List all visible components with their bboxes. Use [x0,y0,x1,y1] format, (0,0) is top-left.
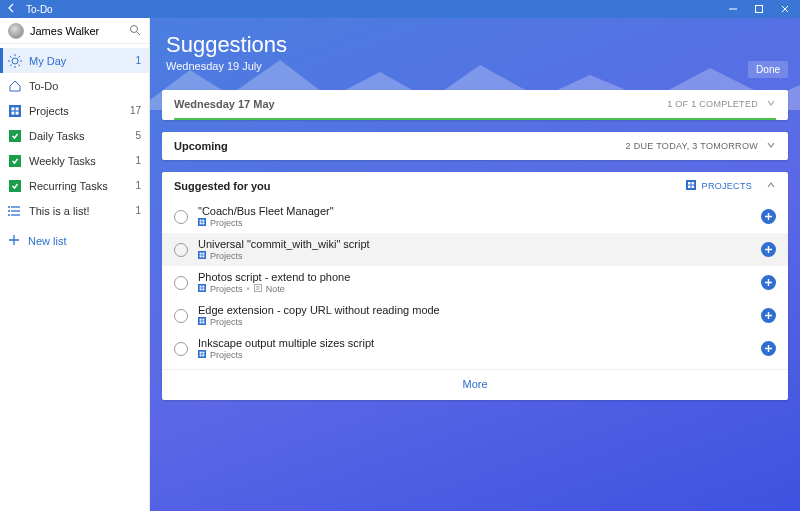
svg-rect-35 [200,253,202,255]
task-list: "Coach/Bus Fleet Manager"ProjectsUnivers… [162,200,788,365]
svg-rect-56 [200,354,202,356]
svg-point-4 [12,58,18,64]
sidebar-item-my-day[interactable]: My Day1 [0,48,149,73]
task-row[interactable]: Universal "commit_with_wiki" scriptProje… [162,233,788,266]
sidebar-item-label: My Day [29,55,128,67]
svg-rect-13 [9,105,21,117]
svg-rect-28 [691,186,694,189]
sidebar-item-count: 1 [135,155,141,166]
more-button[interactable]: More [162,369,788,400]
task-row[interactable]: Photos script - extend to phoneProjects•… [162,266,788,299]
page-title: Suggestions [166,32,784,58]
app-title: To-Do [26,4,53,15]
sidebar-item-projects[interactable]: Projects17 [0,98,149,123]
panel-upcoming-meta: 2 DUE TODAY, 3 TOMORROW [626,141,758,151]
svg-rect-17 [16,111,19,114]
sidebar-item-count: 1 [135,55,141,66]
panel-suggested-header[interactable]: Suggested for you PROJECTS [162,172,788,200]
maximize-button[interactable] [746,0,772,18]
svg-rect-41 [202,286,204,288]
svg-rect-51 [200,321,202,323]
sidebar-item-recurring-tasks[interactable]: Recurring Tasks1 [0,173,149,198]
sidebar-item-count: 17 [130,105,141,116]
svg-line-9 [10,56,12,58]
task-sub-label: Projects [210,350,243,360]
sidebar-item-label: Recurring Tasks [29,180,128,192]
complete-toggle[interactable] [174,309,188,323]
sidebar-item-label: Daily Tasks [29,130,128,142]
svg-rect-55 [202,352,204,354]
new-list-label: New list [28,235,67,247]
search-icon[interactable] [129,22,141,40]
user-row[interactable]: James Walker [0,18,149,44]
sidebar-item-this-is-a-list-[interactable]: This is a list!1 [0,198,149,223]
svg-line-12 [19,56,21,58]
svg-rect-42 [200,288,202,290]
plus-icon [8,234,20,248]
progress-bar [174,118,776,120]
task-row[interactable]: Edge extension - copy URL without readin… [162,299,788,332]
projects-icon [8,104,22,118]
task-title: Edge extension - copy URL without readin… [198,304,751,316]
projects-icon [198,251,206,261]
add-to-my-day-button[interactable] [761,341,776,356]
projects-icon [198,284,206,294]
chevron-down-icon [766,98,776,110]
sun-icon [8,54,22,68]
complete-toggle[interactable] [174,276,188,290]
panel-suggested-title: Suggested for you [174,180,686,192]
sidebar-item-label: This is a list! [29,205,128,217]
task-title: Universal "commit_with_wiki" script [198,238,751,250]
svg-rect-53 [198,350,206,358]
complete-toggle[interactable] [174,342,188,356]
svg-line-10 [19,64,21,66]
task-row[interactable]: Inkscape output multiple sizes scriptPro… [162,332,788,365]
chevron-up-icon [766,180,776,192]
minimize-button[interactable] [720,0,746,18]
svg-rect-16 [11,111,14,114]
add-to-my-day-button[interactable] [761,308,776,323]
panel-suggested: Suggested for you PROJECTS "Coach/Bus Fl… [162,172,788,400]
task-title: Photos script - extend to phone [198,271,751,283]
sidebar-item-label: Projects [29,105,123,117]
svg-rect-14 [11,107,14,110]
sidebar-item-count: 5 [135,130,141,141]
svg-rect-33 [202,222,204,224]
svg-rect-1 [756,6,763,13]
done-button[interactable]: Done [748,61,788,78]
chevron-down-icon [766,140,776,152]
svg-rect-31 [202,220,204,222]
back-icon[interactable] [6,2,18,16]
projects-icon [198,218,206,228]
svg-rect-38 [202,255,204,257]
sidebar-item-daily-tasks[interactable]: Daily Tasks5 [0,123,149,148]
complete-toggle[interactable] [174,243,188,257]
panel-upcoming-title: Upcoming [174,140,626,152]
new-list-button[interactable]: New list [0,227,149,255]
panel-completed[interactable]: Wednesday 17 May 1 OF 1 COMPLETED [162,90,788,120]
svg-rect-40 [200,286,202,288]
add-to-my-day-button[interactable] [761,275,776,290]
svg-point-2 [131,25,138,32]
svg-rect-54 [200,352,202,354]
svg-rect-26 [691,182,694,185]
task-row[interactable]: "Coach/Bus Fleet Manager"Projects [162,200,788,233]
title-bar: To-Do [0,0,800,18]
task-sub-label: Projects [210,317,243,327]
svg-rect-34 [198,251,206,259]
complete-toggle[interactable] [174,210,188,224]
close-button[interactable] [772,0,798,18]
sidebar-item-to-do[interactable]: To-Do [0,73,149,98]
panel-upcoming[interactable]: Upcoming 2 DUE TODAY, 3 TOMORROW [162,132,788,160]
sidebar-item-weekly-tasks[interactable]: Weekly Tasks1 [0,148,149,173]
svg-point-22 [8,210,10,212]
svg-rect-57 [202,354,204,356]
task-note-label: Note [266,284,285,294]
svg-rect-29 [198,218,206,226]
svg-rect-52 [202,321,204,323]
svg-rect-27 [688,186,691,189]
add-to-my-day-button[interactable] [761,209,776,224]
svg-point-23 [8,214,10,216]
sidebar-item-label: Weekly Tasks [29,155,128,167]
add-to-my-day-button[interactable] [761,242,776,257]
